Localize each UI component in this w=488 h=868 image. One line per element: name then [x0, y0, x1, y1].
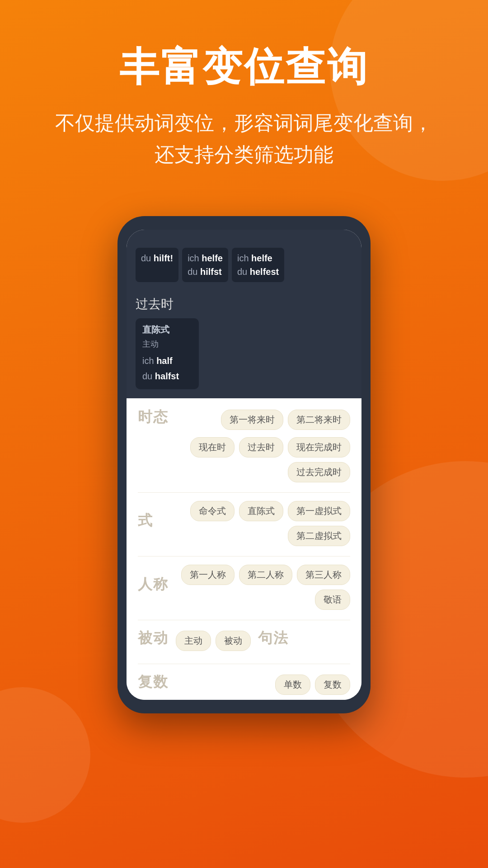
tense-tag-perfect[interactable]: 现在完成时: [288, 437, 350, 458]
tense-tag-present[interactable]: 现在时: [190, 437, 235, 458]
tooltip-3-verb1: helfe: [251, 253, 272, 263]
tense-tag-second-future[interactable]: 第二将来时: [288, 410, 350, 430]
filter-section: 时态 第一将来时 第二将来时 现在时 过去时 现在完成时 过去完成时: [127, 398, 361, 700]
subtitle-line2: 还支持分类筛选功能: [155, 143, 333, 165]
number-tag-singular[interactable]: 单数: [275, 675, 310, 695]
tooltip-3-pronoun1: ich: [237, 253, 251, 263]
person-tag-second[interactable]: 第二人称: [239, 565, 292, 585]
tooltip-card-1: du hilft!: [136, 248, 178, 282]
form-1-pronoun: ich: [142, 356, 156, 366]
phone-screen: du hilft! ich helfe du hilfst ich helfe …: [127, 230, 361, 700]
tooltip-1-pronoun: du: [141, 253, 154, 263]
person-label: 人称: [138, 575, 169, 594]
tense-tag-past[interactable]: 过去时: [239, 437, 283, 458]
voice-syntax-row: 被动 主动 被动 句法: [138, 628, 350, 654]
tooltip-card-3: ich helfe du helfest: [232, 248, 284, 282]
conj-forms: ich half du halfst: [142, 353, 192, 384]
person-tags: 第一人称 第二人称 第三人称 敬语: [174, 565, 350, 610]
past-tense-label: 过去时: [136, 296, 352, 313]
tooltip-1-verb: hilft!: [154, 253, 173, 263]
form-2-verb: halfst: [155, 371, 179, 381]
divider-2: [138, 556, 350, 557]
tense-tags-row1: 第一将来时 第二将来时: [174, 410, 350, 430]
number-tags: 单数 复数: [174, 675, 350, 695]
tense-filter-group: 时态 第一将来时 第二将来时 现在时 过去时 现在完成时 过去完成时: [138, 407, 350, 482]
number-filter-group: 复数 单数 复数: [138, 672, 350, 698]
voice-tag-active[interactable]: 主动: [176, 631, 211, 651]
subtitle-line1: 不仅提供动词变位，形容词词尾变化查询，: [55, 112, 433, 134]
voice-tag-passive[interactable]: 被动: [216, 631, 251, 651]
tooltip-3-verb2: helfest: [250, 267, 279, 277]
mode-tag-imperative[interactable]: 命令式: [190, 501, 235, 521]
syntax-label: 句法: [258, 628, 289, 648]
voice-tags: 主动 被动: [176, 631, 251, 651]
mode-tag-subjunctive2[interactable]: 第二虚拟式: [288, 526, 350, 546]
form-1-verb: half: [156, 356, 173, 366]
number-tag-plural[interactable]: 复数: [315, 675, 350, 695]
person-tag-polite[interactable]: 敬语: [315, 590, 350, 610]
tooltip-row: du hilft! ich helfe du hilfst ich helfe …: [136, 248, 352, 289]
tooltip-2-verb2: hilfst: [200, 267, 222, 277]
divider-3: [138, 620, 350, 620]
mode-tag-indicative[interactable]: 直陈式: [239, 501, 283, 521]
tooltip-2-verb1: helfe: [202, 253, 223, 263]
tense-label: 时态: [138, 407, 169, 427]
phone-mockup: du hilft! ich helfe du hilfst ich helfe …: [117, 216, 371, 713]
person-tag-third[interactable]: 第三人称: [297, 565, 350, 585]
person-filter-group: 人称 第一人称 第二人称 第三人称 敬语: [138, 565, 350, 610]
tooltip-card-2: ich helfe du hilfst: [182, 248, 228, 282]
person-tag-first[interactable]: 第一人称: [181, 565, 235, 585]
mode-tag-subjunctive1[interactable]: 第一虚拟式: [288, 501, 350, 521]
divider-1: [138, 492, 350, 493]
past-tense-section: 过去时 直陈式 主动 ich half du halfst: [127, 289, 361, 398]
form-2-pronoun: du: [142, 371, 155, 381]
tooltip-2-pronoun1: ich: [188, 253, 202, 263]
mode-label: 式: [138, 511, 153, 531]
mode-tags: 命令式 直陈式 第一虚拟式 第二虚拟式: [159, 501, 350, 546]
voice-label: 被动: [138, 628, 169, 648]
number-label: 复数: [138, 672, 169, 692]
screen-top: du hilft! ich helfe du hilfst ich helfe …: [127, 230, 361, 289]
divider-4: [138, 664, 350, 664]
subtitle: 不仅提供动词变位，形容词词尾变化查询， 还支持分类筛选功能: [0, 107, 488, 171]
conj-mode-label: 直陈式: [142, 324, 192, 336]
tense-tag-past-perfect[interactable]: 过去完成时: [288, 462, 350, 482]
tooltip-3-pronoun2: du: [237, 267, 250, 277]
tense-tags-row2: 现在时 过去时 现在完成时 过去完成时: [138, 437, 350, 482]
conj-voice-label: 主动: [142, 339, 192, 349]
conjugation-box: 直陈式 主动 ich half du halfst: [136, 318, 199, 389]
mode-filter-group: 式 命令式 直陈式 第一虚拟式 第二虚拟式: [138, 501, 350, 546]
tense-tag-first-future[interactable]: 第一将来时: [221, 410, 283, 430]
tooltip-2-pronoun2: du: [188, 267, 200, 277]
